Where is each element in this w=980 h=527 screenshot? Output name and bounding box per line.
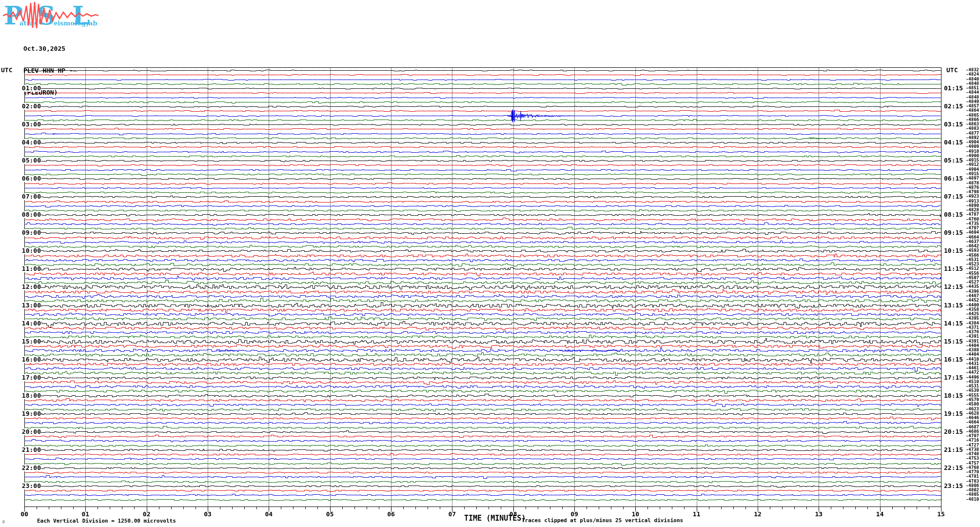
right-time-label: 12:15 xyxy=(944,284,963,290)
x-tick-label: 14 xyxy=(876,510,884,518)
trace-offset-value: -4395 xyxy=(962,316,979,321)
right-time-label: 09:15 xyxy=(944,229,963,236)
left-time-label: 10:00 xyxy=(19,247,41,254)
x-tick-label: 10 xyxy=(632,510,640,518)
utc-label-left: UTC xyxy=(1,66,12,74)
trace-offset-value: -4824 xyxy=(962,72,979,77)
left-time-label: 08:00 xyxy=(19,211,41,218)
right-time-label: 11:15 xyxy=(944,265,963,272)
x-tick-label: 03 xyxy=(204,510,212,518)
x-tick-label: 04 xyxy=(265,510,273,518)
trace-offset-value: -4753 xyxy=(962,456,979,461)
helicorder-page: { "logo": { "p": "P", "word1": "atras", … xyxy=(0,0,980,527)
left-time-label: 19:00 xyxy=(19,410,41,417)
trace-offset-value: -4864 xyxy=(962,108,979,113)
trace-offset-value: -4844 xyxy=(962,90,979,95)
left-time-label: 15:00 xyxy=(19,338,41,345)
x-tick-label: 09 xyxy=(570,510,578,518)
left-time-label: 23:00 xyxy=(19,483,41,489)
left-time-label: 20:00 xyxy=(19,428,41,435)
right-time-label: 10:15 xyxy=(944,247,963,254)
x-tick-label: 15 xyxy=(937,510,945,518)
right-time-label: 18:15 xyxy=(944,392,963,399)
x-tick-label: 00 xyxy=(20,510,28,518)
left-time-label: 01:00 xyxy=(19,85,41,92)
left-time-label: 07:00 xyxy=(19,193,41,200)
trace-offset-value: -4580 xyxy=(962,402,979,406)
left-time-label: 17:00 xyxy=(19,374,41,381)
right-time-label: 04:15 xyxy=(944,139,963,146)
left-time-label: 09:00 xyxy=(19,229,41,236)
x-tick-label: 06 xyxy=(387,510,395,518)
right-time-label: 08:15 xyxy=(944,211,963,218)
x-tick-label: 11 xyxy=(693,510,701,518)
x-tick-label: 12 xyxy=(754,510,762,518)
right-time-label: 13:15 xyxy=(944,302,963,309)
scale-note: Each Vertical Division = 1250.00 microvo… xyxy=(37,518,176,524)
right-time-label: 05:15 xyxy=(944,157,963,164)
trace-offset-value: -4923 xyxy=(962,194,979,199)
left-time-label: 14:00 xyxy=(19,320,41,327)
seismogram-canvas xyxy=(0,0,980,527)
left-time-label: 16:00 xyxy=(19,356,41,363)
psl-logo: P atras S eismology L ab xyxy=(3,1,98,30)
right-time-label: 02:15 xyxy=(944,103,963,110)
right-time-label: 14:15 xyxy=(944,320,963,327)
left-time-label: 11:00 xyxy=(19,265,41,272)
left-time-label: 18:00 xyxy=(19,392,41,399)
right-time-label: 21:15 xyxy=(944,446,963,453)
right-time-label: 03:15 xyxy=(944,121,963,128)
left-time-label: 04:00 xyxy=(19,139,41,146)
right-time-label: 07:15 xyxy=(944,193,963,200)
left-time-label: 03:00 xyxy=(19,121,41,128)
trace-offset-value: -4694 xyxy=(962,230,979,235)
trace-offset-value: -4810 xyxy=(962,497,979,502)
right-time-label: 15:15 xyxy=(944,338,963,345)
utc-label-right: UTC xyxy=(946,66,958,74)
left-time-label: 02:00 xyxy=(19,103,41,110)
x-tick-label: 13 xyxy=(815,510,823,518)
x-axis-title: TIME (MINUTES) xyxy=(464,514,526,523)
station-label: PLEV HHN HP -- xyxy=(23,67,77,74)
logo-word-ab: ab xyxy=(89,20,98,27)
left-time-label: 12:00 xyxy=(19,284,41,290)
left-time-label: 22:00 xyxy=(19,465,41,471)
right-time-label: 17:15 xyxy=(944,374,963,381)
corner-mark: µ xyxy=(2,519,5,524)
trace-offset-value: -4787 xyxy=(962,212,979,217)
left-time-label: 13:00 xyxy=(19,302,41,309)
date-label: Oct.30,2025 xyxy=(23,45,77,52)
right-time-label: 20:15 xyxy=(944,428,963,435)
trace-offset-value: -4716 xyxy=(962,438,979,443)
clip-note: Traces clipped at plus/minus 25 vertical… xyxy=(522,517,683,524)
plot-header: Oct.30,2025 PLEV HHN HP -- (PLEURON) xyxy=(23,30,77,103)
right-time-label: 16:15 xyxy=(944,356,963,363)
trace-offset-value: -4391 xyxy=(962,334,979,339)
trace-offset-value: -4664 xyxy=(962,420,979,425)
right-time-label: 22:15 xyxy=(944,465,963,471)
left-time-label: 21:00 xyxy=(19,446,41,453)
right-time-label: 01:15 xyxy=(944,85,963,92)
left-time-label: 06:00 xyxy=(19,175,41,182)
x-tick-label: 07 xyxy=(449,510,456,518)
trace-offset-value: -4452 xyxy=(962,298,979,303)
right-time-label: 23:15 xyxy=(944,483,963,489)
x-tick-label: 01 xyxy=(82,510,90,518)
x-tick-label: 05 xyxy=(326,510,334,518)
x-tick-label: 02 xyxy=(143,510,151,518)
trace-offset-value: -4897 xyxy=(962,176,979,181)
right-time-label: 19:15 xyxy=(944,410,963,417)
left-time-label: 05:00 xyxy=(19,157,41,164)
right-time-label: 06:15 xyxy=(944,175,963,182)
